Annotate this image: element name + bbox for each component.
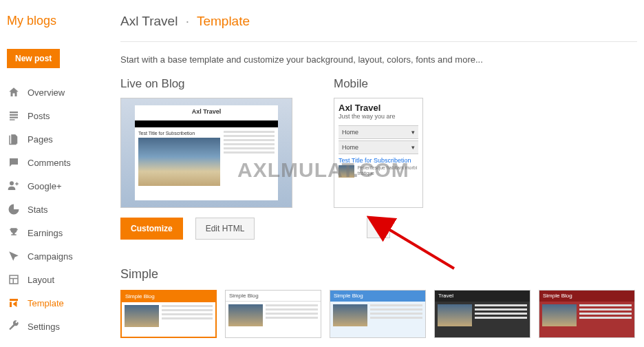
live-on-blog-title: Live on Blog	[120, 77, 292, 91]
mobile-excerpt: Pellentesque habitant morbi tristique	[357, 165, 418, 177]
desktop-preview[interactable]: Axl Travel Test Title for Subscribetion	[120, 98, 292, 208]
trophy-icon	[7, 227, 21, 239]
mobile-preview[interactable]: Axl Travel Just the way you are Home▾ Ho…	[334, 98, 423, 208]
new-post-button[interactable]: New post	[7, 49, 60, 68]
breadcrumb-sep: ·	[186, 14, 189, 28]
preview-blog-title: Axl Travel	[135, 105, 278, 120]
preview-post-title: Test Title for Subscribetion	[138, 131, 220, 136]
sidebar-item-posts[interactable]: Posts	[7, 104, 114, 127]
sidebar-item-label: Earnings	[28, 228, 63, 238]
gear-icon	[373, 222, 384, 235]
sidebar-item-label: Campaigns	[28, 251, 73, 262]
sidebar-item-googleplus[interactable]: Google+	[7, 174, 114, 198]
pages-icon	[7, 133, 21, 145]
sidebar-item-stats[interactable]: Stats	[7, 198, 114, 221]
sidebar-item-pages[interactable]: Pages	[7, 127, 114, 151]
sidebar-item-label: Pages	[28, 134, 53, 145]
breadcrumb: Axl Travel · Template	[120, 14, 637, 29]
sidebar-item-label: Settings	[28, 322, 60, 332]
sidebar-item-campaigns[interactable]: Campaigns	[7, 244, 114, 268]
template-thumb[interactable]: Simple Blog	[225, 290, 321, 338]
posts-icon	[7, 109, 21, 122]
gallery-section-title: Simple	[120, 267, 637, 282]
googleplus-icon	[7, 180, 21, 192]
layout-icon	[7, 273, 21, 286]
campaigns-icon	[7, 250, 21, 262]
sidebar-item-label: Template	[28, 298, 64, 308]
sidebar-item-label: Stats	[28, 204, 48, 215]
sidebar-item-label: Layout	[28, 275, 54, 285]
mobile-title: Mobile	[334, 77, 423, 91]
sidebar-item-template[interactable]: Template	[7, 291, 114, 315]
my-blogs-title: My blogs	[7, 14, 114, 28]
sidebar-item-label: Comments	[28, 158, 71, 168]
template-thumb[interactable]: Simple Blog	[330, 290, 426, 338]
template-icon	[7, 297, 21, 309]
stats-icon	[7, 203, 21, 215]
sidebar-item-layout[interactable]: Layout	[7, 268, 114, 291]
mobile-sub: Just the way you are	[339, 113, 418, 120]
sidebar-item-label: Google+	[28, 181, 62, 191]
home-icon	[7, 86, 21, 98]
sidebar-item-label: Overview	[28, 87, 65, 98]
customize-button[interactable]: Customize	[120, 218, 183, 240]
edit-html-button[interactable]: Edit HTML	[195, 218, 255, 240]
mobile-post-link: Test Title for Subscribetion	[339, 157, 418, 164]
template-thumb[interactable]: Travel	[434, 290, 530, 338]
sidebar-item-earnings[interactable]: Earnings	[7, 221, 114, 244]
mobile-dropdown: Home▾	[339, 140, 418, 154]
sidebar-item-overview[interactable]: Overview	[7, 81, 114, 104]
sidebar-item-comments[interactable]: Comments	[7, 151, 114, 174]
sidebar-item-settings[interactable]: Settings	[7, 315, 114, 338]
sidebar-item-label: Posts	[28, 111, 50, 121]
wrench-icon	[7, 320, 21, 333]
breadcrumb-blog[interactable]: Axl Travel	[120, 14, 178, 28]
comments-icon	[7, 156, 21, 169]
breadcrumb-current: Template	[197, 14, 250, 28]
divider	[120, 41, 637, 42]
template-thumb[interactable]: Simple Blog	[539, 290, 635, 338]
mobile-settings-button[interactable]	[367, 218, 390, 238]
mobile-blog-title: Axl Travel	[339, 103, 418, 113]
template-thumb[interactable]: Simple Blog	[120, 290, 217, 338]
intro-text: Start with a base template and customize…	[120, 54, 637, 65]
mobile-dropdown: Home▾	[339, 125, 418, 139]
